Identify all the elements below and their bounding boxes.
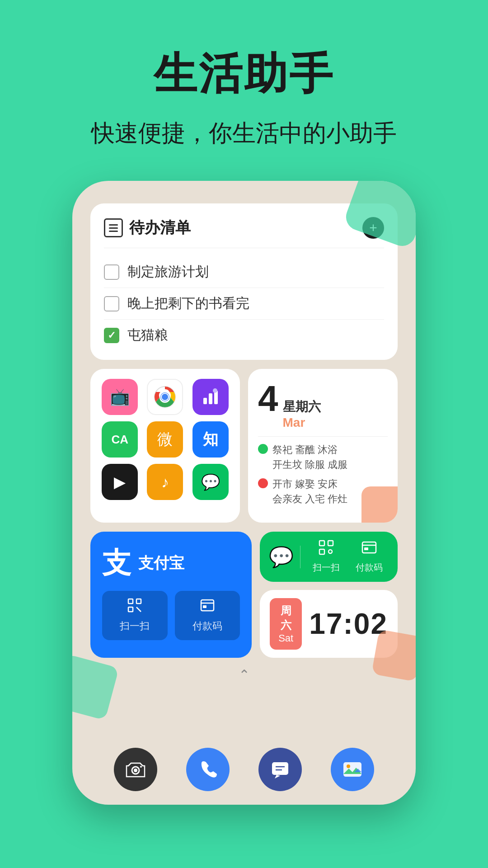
cal-divider bbox=[258, 436, 388, 437]
clock-weekday: 周六 bbox=[278, 604, 294, 632]
cal-good-dot bbox=[258, 444, 268, 454]
alipay-scan-label: 扫一扫 bbox=[120, 619, 150, 633]
wechat-pay-icon bbox=[361, 540, 377, 559]
wechat-actions: 扫一扫 付款码 bbox=[307, 540, 389, 574]
wechat-widget[interactable]: 💬 扫一扫 bbox=[260, 532, 398, 582]
alipay-name: 支付宝 bbox=[138, 553, 184, 574]
todo-item-2[interactable]: 晚上把剩下的书看完 bbox=[104, 288, 384, 320]
alipay-widget[interactable]: 支 支付宝 扫一扫 bbox=[90, 532, 252, 658]
app-grid-widget: 📺 bbox=[90, 369, 240, 523]
cal-deco-orange bbox=[361, 486, 398, 523]
app-zhihu[interactable]: 知 bbox=[192, 421, 229, 458]
todo-divider bbox=[104, 248, 384, 248]
app-title: 生活助手 bbox=[0, 45, 488, 104]
cal-good-text: 祭祀 斋醮 沐浴开生坟 除服 成服 bbox=[272, 442, 347, 472]
alipay-top: 支 支付宝 bbox=[102, 543, 240, 583]
app-music[interactable]: ♪ bbox=[147, 464, 183, 500]
app-chrome[interactable] bbox=[147, 379, 183, 415]
svg-rect-4 bbox=[203, 398, 207, 404]
middle-row: 📺 bbox=[90, 369, 398, 523]
svg-rect-16 bbox=[328, 541, 333, 546]
dock-message-button[interactable] bbox=[258, 748, 302, 791]
todo-checkbox-2[interactable] bbox=[104, 296, 119, 311]
cal-date: 4 bbox=[258, 381, 278, 417]
cal-good-event: 祭祀 斋醮 沐浴开生坟 除服 成服 bbox=[258, 442, 388, 472]
alipay-logo: 支 bbox=[102, 543, 131, 583]
svg-point-29 bbox=[347, 764, 350, 768]
alipay-actions: 扫一扫 付款码 bbox=[102, 591, 240, 640]
clock-sat: Sat bbox=[278, 632, 294, 644]
svg-point-3 bbox=[162, 394, 168, 400]
svg-point-24 bbox=[140, 766, 142, 768]
svg-rect-5 bbox=[209, 393, 212, 404]
wechat-column: 💬 扫一扫 bbox=[260, 532, 398, 658]
wechat-pay-label: 付款码 bbox=[356, 561, 383, 574]
svg-line-11 bbox=[136, 607, 141, 612]
svg-rect-17 bbox=[319, 549, 324, 554]
pay-icon bbox=[200, 598, 215, 616]
app-tiktok[interactable]: ▶ bbox=[102, 464, 138, 500]
todo-text-1: 制定旅游计划 bbox=[127, 263, 209, 281]
svg-rect-12 bbox=[201, 600, 214, 611]
svg-rect-21 bbox=[364, 547, 368, 550]
todo-text-3: 屯猫粮 bbox=[127, 326, 168, 344]
chevron-up-icon[interactable]: ⌃ bbox=[90, 667, 398, 683]
svg-point-7 bbox=[213, 388, 217, 393]
deco-orange-mid bbox=[371, 629, 416, 682]
bottom-row: 支 支付宝 扫一扫 bbox=[90, 532, 398, 658]
cal-month: Mar bbox=[283, 415, 321, 430]
wechat-scan-label: 扫一扫 bbox=[313, 561, 340, 574]
app-tv[interactable]: 📺 bbox=[102, 379, 138, 415]
cal-weekday: 星期六 bbox=[283, 398, 321, 415]
app-analytics[interactable] bbox=[192, 379, 229, 415]
wechat-logo: 💬 bbox=[269, 545, 294, 569]
app-weibo[interactable]: 微 bbox=[147, 421, 183, 458]
bottom-dock bbox=[72, 748, 416, 791]
cal-day-month: 4 星期六 Mar bbox=[258, 381, 388, 430]
cal-bad-text: 开市 嫁娶 安床会亲友 入宅 作灶 bbox=[272, 476, 347, 506]
app-grid: 📺 bbox=[100, 379, 230, 500]
svg-rect-25 bbox=[272, 762, 288, 775]
todo-checkbox-3[interactable] bbox=[104, 328, 119, 343]
clock-day-tag: 周六 Sat bbox=[270, 598, 302, 650]
wechat-scan-icon bbox=[319, 540, 334, 559]
scan-icon bbox=[127, 598, 142, 616]
svg-rect-19 bbox=[362, 542, 376, 553]
alipay-scan-button[interactable]: 扫一扫 bbox=[102, 591, 168, 640]
dock-phone-button[interactable] bbox=[186, 748, 230, 791]
svg-rect-15 bbox=[319, 541, 324, 546]
phone-mockup: 待办清单 + 制定旅游计划 晚上把剩下的书看完 屯猫粮 bbox=[72, 181, 416, 805]
svg-rect-8 bbox=[128, 599, 133, 604]
svg-point-23 bbox=[134, 769, 137, 772]
app-subtitle: 快速便捷，你生活中的小助手 bbox=[0, 118, 488, 149]
todo-item-1[interactable]: 制定旅游计划 bbox=[104, 256, 384, 288]
svg-point-18 bbox=[328, 550, 332, 553]
clock-time: 17:02 bbox=[309, 607, 388, 641]
header: 生活助手 快速便捷，你生活中的小助手 bbox=[0, 0, 488, 176]
todo-checkbox-1[interactable] bbox=[104, 264, 119, 280]
todo-header: 待办清单 + bbox=[104, 217, 384, 239]
wechat-scan-button[interactable]: 扫一扫 bbox=[313, 540, 340, 574]
dock-gallery-button[interactable] bbox=[331, 748, 374, 791]
dock-camera-button[interactable] bbox=[114, 748, 157, 791]
wechat-v-divider bbox=[300, 546, 300, 568]
app-wechat-grid[interactable]: 💬 bbox=[192, 464, 229, 500]
cal-bad-dot bbox=[258, 478, 268, 488]
svg-rect-14 bbox=[203, 605, 206, 608]
calendar-widget: 4 星期六 Mar 祭祀 斋醮 沐浴开生坟 除服 成服 开市 嫁娶 安床会亲友 … bbox=[248, 369, 398, 523]
todo-title: 待办清单 bbox=[129, 217, 191, 238]
todo-item-3[interactable]: 屯猫粮 bbox=[104, 320, 384, 351]
todo-list-icon bbox=[104, 218, 123, 237]
todo-header-left: 待办清单 bbox=[104, 217, 191, 238]
svg-rect-9 bbox=[136, 599, 141, 604]
app-ca[interactable]: CA bbox=[102, 421, 138, 458]
alipay-pay-label: 付款码 bbox=[192, 619, 222, 633]
wechat-pay-button[interactable]: 付款码 bbox=[356, 540, 383, 574]
svg-rect-10 bbox=[128, 607, 133, 612]
alipay-pay-button[interactable]: 付款码 bbox=[175, 591, 240, 640]
todo-text-2: 晚上把剩下的书看完 bbox=[127, 294, 249, 313]
